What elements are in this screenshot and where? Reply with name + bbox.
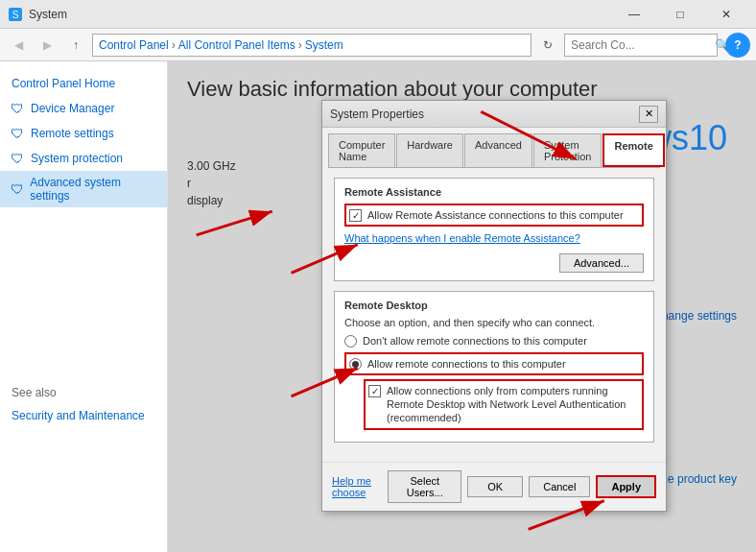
advanced-button[interactable]: Advanced... <box>559 253 644 273</box>
allow-remote-assistance-row: Allow Remote Assistance connections to t… <box>344 204 644 227</box>
allow-remote-label: Allow remote connections to this compute… <box>367 357 566 371</box>
breadcrumb-all[interactable]: All Control Panel Items <box>178 38 295 52</box>
address-path[interactable]: Control Panel › All Control Panel Items … <box>92 34 532 57</box>
sidebar-item-system-protection[interactable]: 🛡 System protection <box>0 146 167 171</box>
remote-desktop-desc: Choose an option, and then specify who c… <box>344 317 644 328</box>
nla-label: Allow connections only from computers ru… <box>387 384 639 425</box>
breadcrumb-cp[interactable]: Control Panel <box>99 38 169 52</box>
sidebar-item-remote-settings[interactable]: 🛡 Remote settings <box>0 121 167 146</box>
sidebar-item-advanced-settings[interactable]: 🛡 Advanced system settings <box>0 171 167 207</box>
content-area: View basic information about your comput… <box>168 61 756 552</box>
sidebar: Control Panel Home 🛡 Device Manager 🛡 Re… <box>0 61 168 552</box>
close-button[interactable]: ✕ <box>704 0 748 29</box>
nla-row: Allow connections only from computers ru… <box>364 379 644 430</box>
svg-text:S: S <box>12 10 19 20</box>
ok-button[interactable]: OK <box>467 476 523 497</box>
dont-allow-radio[interactable] <box>344 335 357 348</box>
remote-desktop-title: Remote Desktop <box>344 300 644 311</box>
dont-allow-row: Don't allow remote connections to this c… <box>344 334 644 348</box>
shield-icon-1: 🛡 <box>10 101 25 116</box>
search-input[interactable] <box>571 38 715 52</box>
system-properties-dialog: System Properties ✕ Computer Name Hardwa… <box>321 100 667 512</box>
dont-allow-label: Don't allow remote connections to this c… <box>363 334 587 348</box>
allow-remote-assistance-checkbox[interactable] <box>349 209 362 222</box>
refresh-button[interactable]: ↻ <box>535 33 560 58</box>
sidebar-item-device-manager[interactable]: 🛡 Device Manager <box>0 96 167 121</box>
remote-assistance-section: Remote Assistance Allow Remote Assistanc… <box>334 178 654 281</box>
back-button[interactable]: ◀ <box>6 33 31 58</box>
help-me-choose-link[interactable]: Help me choose <box>332 475 382 498</box>
tab-system-protection[interactable]: System Protection <box>533 133 602 167</box>
dialog-titlebar: System Properties ✕ <box>322 101 666 128</box>
remote-desktop-section: Remote Desktop Choose an option, and the… <box>334 291 654 442</box>
breadcrumb-system[interactable]: System <box>305 38 343 52</box>
select-users-button[interactable]: Select Users... <box>388 470 461 503</box>
help-button[interactable]: ? <box>725 33 750 58</box>
tab-hardware[interactable]: Hardware <box>396 133 463 167</box>
allow-remote-row: Allow remote connections to this compute… <box>344 352 644 375</box>
titlebar-icon: S <box>8 7 23 22</box>
dialog-title-text: System Properties <box>330 108 639 121</box>
shield-icon-4: 🛡 <box>10 181 24 197</box>
dialog-tabs: Computer Name Hardware Advanced System P… <box>322 128 666 167</box>
sidebar-label-system-protection: System protection <box>31 152 123 165</box>
main-layout: Control Panel Home 🛡 Device Manager 🛡 Re… <box>0 61 756 552</box>
tab-computer-name[interactable]: Computer Name <box>328 133 395 167</box>
allow-remote-assistance-label: Allow Remote Assistance connections to t… <box>367 208 624 222</box>
sidebar-home-link[interactable]: Control Panel Home <box>0 71 167 96</box>
sidebar-label-remote-settings: Remote settings <box>31 127 114 140</box>
nla-checkbox[interactable] <box>368 385 381 397</box>
tab-remote[interactable]: Remote <box>602 133 664 167</box>
titlebar-controls: — □ ✕ <box>612 0 748 29</box>
apply-button[interactable]: Apply <box>596 475 656 498</box>
minimize-button[interactable]: — <box>612 0 656 29</box>
search-box[interactable]: 🔍 <box>564 34 718 57</box>
maximize-button[interactable]: □ <box>658 0 702 29</box>
titlebar-title: System <box>29 8 612 21</box>
sidebar-label-device-manager: Device Manager <box>31 102 114 115</box>
dialog-content: Remote Assistance Allow Remote Assistanc… <box>322 168 666 462</box>
addressbar: ◀ ▶ ↑ Control Panel › All Control Panel … <box>0 29 756 61</box>
sidebar-label-advanced-settings: Advanced system settings <box>30 176 157 203</box>
what-happens-link[interactable]: What happens when I enable Remote Assist… <box>344 232 644 244</box>
cancel-button[interactable]: Cancel <box>529 476 590 497</box>
shield-icon-3: 🛡 <box>10 151 25 166</box>
dialog-buttons: Help me choose Select Users... OK Cancel… <box>322 462 666 511</box>
see-also-label: See also <box>0 380 167 405</box>
forward-button[interactable]: ▶ <box>35 33 59 58</box>
dialog-close-button[interactable]: ✕ <box>639 106 658 123</box>
remote-assistance-title: Remote Assistance <box>344 186 644 198</box>
allow-remote-radio[interactable] <box>349 358 362 371</box>
sidebar-security-maintenance[interactable]: Security and Maintenance <box>0 405 167 426</box>
titlebar: S System — □ ✕ <box>0 0 756 29</box>
tab-advanced[interactable]: Advanced <box>464 133 532 167</box>
shield-icon-2: 🛡 <box>10 126 25 141</box>
up-button[interactable]: ↑ <box>63 33 88 58</box>
